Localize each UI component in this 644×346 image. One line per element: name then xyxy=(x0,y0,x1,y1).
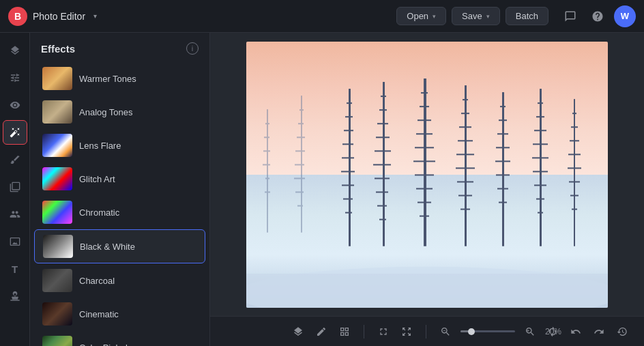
svg-rect-64 xyxy=(496,174,510,175)
effect-item-warmer[interactable]: Warmer Tones xyxy=(34,62,205,95)
app-logo: B xyxy=(8,7,27,26)
svg-rect-40 xyxy=(418,119,431,121)
rail-stamp-icon[interactable] xyxy=(3,284,27,308)
zoom-in-icon[interactable] xyxy=(519,321,541,343)
save-chevron: ▾ xyxy=(486,13,490,20)
chat-icon-btn[interactable] xyxy=(559,5,581,27)
svg-rect-81 xyxy=(568,154,581,155)
main-content: T Effects i Warmer TonesAnalog TonesLens… xyxy=(0,33,644,346)
effect-name-cinematic: Cinematic xyxy=(79,309,119,319)
rail-text-icon[interactable]: T xyxy=(3,257,27,281)
svg-rect-10 xyxy=(297,136,305,138)
canvas-area: 20% xyxy=(210,33,644,346)
svg-rect-47 xyxy=(420,215,429,216)
svg-rect-53 xyxy=(456,154,474,155)
svg-rect-3 xyxy=(263,150,270,152)
effect-item-lens[interactable]: Lens Flare xyxy=(34,129,205,162)
rail-effects-icon[interactable] xyxy=(3,120,27,145)
svg-rect-0 xyxy=(267,109,268,233)
svg-rect-54 xyxy=(456,167,475,169)
effect-item-bw[interactable]: Black & White xyxy=(34,229,205,263)
effect-name-glitch: Glitch Art xyxy=(79,174,115,184)
rail-frames-icon[interactable] xyxy=(3,175,27,199)
rail-layers-icon[interactable] xyxy=(3,38,27,63)
toolbar-sep-1 xyxy=(364,325,364,338)
zoom-slider-thumb xyxy=(468,328,475,335)
edit-toolbar-icon[interactable] xyxy=(310,321,332,343)
svg-rect-69 xyxy=(536,116,544,117)
svg-rect-11 xyxy=(295,150,305,152)
svg-rect-37 xyxy=(424,78,426,246)
rail-adjust-icon[interactable] xyxy=(3,66,27,90)
svg-rect-55 xyxy=(457,181,473,182)
layers-toolbar-icon[interactable] xyxy=(287,321,309,343)
app-name: Photo Editor xyxy=(33,11,85,22)
svg-rect-79 xyxy=(571,126,578,128)
effect-item-colorpin[interactable]: Color Pinhole xyxy=(34,331,205,346)
effect-item-chromatic[interactable]: Chromatic xyxy=(34,196,205,229)
effect-thumbnail-analog xyxy=(42,100,72,124)
bottom-right-actions xyxy=(542,321,633,343)
canvas-image xyxy=(246,42,608,308)
effects-title: Effects xyxy=(41,43,75,55)
svg-rect-27 xyxy=(381,96,386,97)
svg-rect-19 xyxy=(344,130,353,131)
effect-item-charcoal[interactable]: Charcoal xyxy=(34,264,205,297)
svg-rect-71 xyxy=(533,143,548,145)
grid-toolbar-icon[interactable] xyxy=(334,321,355,343)
help-icon-btn[interactable] xyxy=(587,5,609,27)
svg-rect-45 xyxy=(416,188,433,189)
rail-people-icon[interactable] xyxy=(3,202,27,227)
svg-rect-22 xyxy=(341,171,355,172)
app-name-chevron: ▾ xyxy=(93,12,97,20)
effects-info-icon[interactable]: i xyxy=(186,42,199,55)
toolbar-group-view xyxy=(367,321,423,343)
effect-item-analog[interactable]: Analog Tones xyxy=(34,96,205,128)
effect-item-glitch[interactable]: Glitch Art xyxy=(34,162,205,195)
svg-rect-21 xyxy=(342,157,354,158)
svg-rect-75 xyxy=(536,198,544,199)
svg-rect-9 xyxy=(298,123,304,124)
svg-rect-56 xyxy=(458,194,472,196)
svg-rect-58 xyxy=(502,92,504,246)
fit-icon[interactable] xyxy=(396,321,418,343)
svg-rect-51 xyxy=(459,126,471,128)
history-icon[interactable] xyxy=(611,321,633,343)
topbar: B Photo Editor ▾ Open ▾ Save ▾ Batch W xyxy=(0,0,644,33)
effect-name-analog: Analog Tones xyxy=(79,107,133,117)
rail-preview-icon[interactable] xyxy=(3,93,27,117)
svg-rect-61 xyxy=(497,133,508,134)
effect-item-cinematic[interactable]: Cinematic xyxy=(34,298,205,330)
zoom-out-icon[interactable] xyxy=(435,321,456,343)
svg-rect-78 xyxy=(572,113,576,114)
svg-rect-85 xyxy=(572,208,577,210)
svg-rect-62 xyxy=(496,147,510,148)
save-button[interactable]: Save ▾ xyxy=(452,7,500,25)
effect-name-lens: Lens Flare xyxy=(79,141,121,151)
svg-rect-41 xyxy=(416,133,433,134)
svg-rect-66 xyxy=(499,201,507,203)
svg-rect-74 xyxy=(534,184,546,186)
rail-image-icon[interactable] xyxy=(3,229,27,254)
svg-rect-20 xyxy=(342,143,353,145)
svg-rect-25 xyxy=(345,212,352,213)
svg-rect-57 xyxy=(460,208,470,210)
fullscreen-icon[interactable] xyxy=(372,321,394,343)
svg-rect-73 xyxy=(533,171,548,172)
open-button[interactable]: Open ▾ xyxy=(396,7,446,25)
batch-button[interactable]: Batch xyxy=(506,7,548,25)
zoom-slider[interactable] xyxy=(460,330,515,332)
rail-brush-icon[interactable] xyxy=(3,147,27,172)
topbar-actions: W xyxy=(559,5,636,27)
svg-rect-2 xyxy=(264,136,269,138)
icon-rail: T xyxy=(0,33,30,346)
svg-rect-52 xyxy=(458,140,473,141)
svg-rect-36 xyxy=(379,218,386,220)
redo-icon[interactable] xyxy=(588,321,610,343)
rotate-icon[interactable] xyxy=(542,321,564,343)
user-avatar[interactable]: W xyxy=(614,5,636,27)
svg-rect-44 xyxy=(415,174,434,175)
svg-rect-15 xyxy=(297,205,303,206)
undo-icon[interactable] xyxy=(565,321,587,343)
svg-rect-5 xyxy=(265,177,269,179)
